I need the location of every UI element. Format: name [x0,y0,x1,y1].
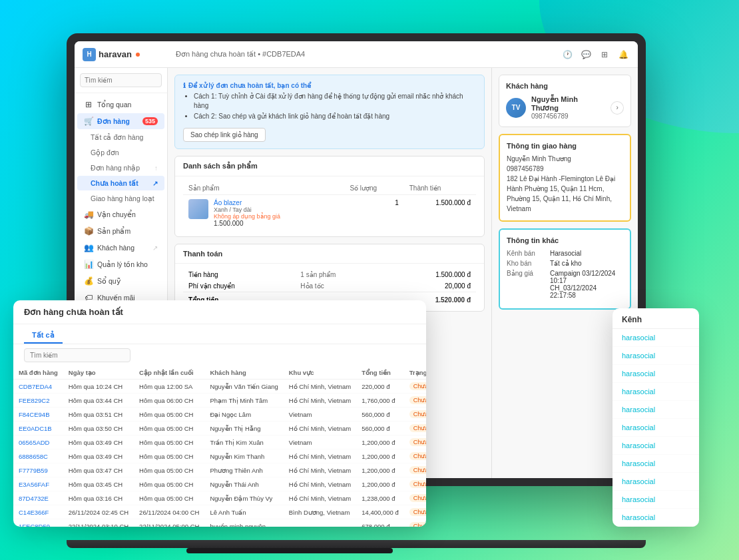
col-total: Thành tiền [404,182,476,195]
info-icon: ℹ [183,82,186,89]
order-id[interactable]: F7779B59 [13,463,63,477]
order-created: Hôm qua 03:50 CH [63,421,134,435]
search-input[interactable] [80,73,162,87]
col-created: Ngày tạo [63,366,134,380]
col-updated: Cập nhật lần cuối [134,366,204,380]
sidebar-item-van-chuyen[interactable]: 🚚 Vận chuyển [77,206,164,222]
table-row[interactable]: FEE829C2 Hôm qua 03:44 CH Hôm qua 06:00 … [13,394,426,408]
sidebar-item-san-pham[interactable]: 📦 Sản phẩm [77,223,164,239]
order-table-header: Mã đơn hàng Ngày tạo Cập nhật lần cuối K… [13,366,426,380]
order-id[interactable]: E3A56FAF [13,477,63,491]
product-name[interactable]: Áo blazer [214,199,280,206]
product-qty: 1 [344,195,403,232]
order-status: Chưa hoàn tất [404,477,426,491]
order-tab-all[interactable]: Tất cả [24,328,63,344]
bell-icon[interactable]: 🔔 [616,48,630,61]
product-no-price: Không áp dụng bảng giá [214,213,280,220]
other-label-2: Kho bán [507,260,550,267]
clock-icon[interactable]: 🕐 [561,48,574,61]
sidebar-label: Khách hàng [97,244,134,252]
order-id[interactable]: 06565ADD [13,435,63,449]
channel-item[interactable]: harasocial [613,473,699,491]
other-value-2: Tất cả kho [550,260,582,267]
product-total: 1.500.000 đ [404,195,476,232]
order-updated: Hôm qua 05:00 CH [134,463,204,477]
order-customer: Trần Thị Kim Xuân [204,435,283,449]
order-id[interactable]: F84CE94B [13,408,63,421]
order-id[interactable]: CDB7EDA4 [13,380,63,394]
table-row[interactable]: 1FEC8D59 22/11/2024 03:10 CH 22/11/2024 … [13,519,426,527]
order-id[interactable]: C14E366F [13,505,63,519]
order-created: Hôm qua 03:47 CH [63,463,134,477]
channel-item[interactable]: harasocial [613,455,699,473]
delivery-phone: 0987456789 [507,164,623,174]
order-customer: Nguyễn Văn Tiến Giang [204,380,283,394]
order-id[interactable]: 1FEC8D59 [13,519,63,527]
order-status: Chưa hoàn tất [404,463,426,477]
channel-item[interactable]: harasocial [613,347,699,365]
payment-row-1: Tiền hàng 1 sản phẩm 1.500.000 đ [183,269,476,280]
table-row[interactable]: F84CE94B Hôm qua 03:51 CH Hôm qua 05:00 … [13,408,426,421]
order-created: Hôm qua 03:45 CH [63,477,134,491]
sidebar-item-gop-don[interactable]: Gộp đơn [77,145,164,160]
table-row[interactable]: 6888658C Hôm qua 03:49 CH Hôm qua 05:00 … [13,449,426,463]
copy-link-button[interactable]: Sao chép link giỏ hàng [183,128,266,142]
chat-icon[interactable]: 💬 [579,48,593,61]
channel-item[interactable]: harasocial [613,401,699,419]
channel-item[interactable]: harasocial [613,509,699,527]
channel-item[interactable]: harasocial [613,383,699,401]
sidebar-item-tat-ca[interactable]: Tất cả đơn hàng [77,130,164,144]
col-qty: Số lượng [344,182,403,195]
delivery-address: 182 Lê Đại Hành -Flemington Lê Đại Hành … [507,174,623,214]
customer-details: Nguyễn Minh Thương 0987456789 [531,95,605,120]
other-value-3: Campaign 03/12/2024 10:17 CH_03/12/2024 … [550,270,623,299]
payment-value-2: 20,000 đ [385,280,476,292]
channel-item[interactable]: harasocial [613,329,699,347]
table-row[interactable]: CDB7EDA4 Hôm qua 10:24 CH Hôm qua 12:00 … [13,380,426,394]
product-table: Sản phẩm Số lượng Thành tiền [183,182,476,231]
order-updated: Hôm qua 12:00 SA [134,380,204,394]
sidebar-item-khach-hang[interactable]: 👥 Khách hàng ↗ [77,240,164,256]
order-total: 1,200,000 đ [356,477,403,491]
order-id[interactable]: 6888658C [13,449,63,463]
sidebar-item-nhap[interactable]: Đơn hàng nhập ↑ [77,160,164,175]
sidebar-item-tong-quan[interactable]: ⊞ Tổng quan [77,97,164,113]
grid-icon[interactable]: ⊞ [598,48,611,61]
channel-item[interactable]: harasocial [613,491,699,509]
sidebar-item-so-quy[interactable]: 💰 Sổ quỹ [77,273,164,289]
table-row[interactable]: 06565ADD Hôm qua 03:49 CH Hôm qua 05:00 … [13,435,426,449]
sidebar-item-chua-hoan-tat[interactable]: Chưa hoàn tất ↗ [77,176,164,190]
product-variant: Xanh / Tay dài [214,206,280,213]
order-area: Hồ Chí Minh, Vietnam [284,394,356,408]
order-customer: Lê Anh Tuấn [204,505,283,519]
order-search-input[interactable] [24,348,130,362]
order-id[interactable]: EE0ADC1B [13,421,63,435]
sidebar-label: Chưa hoàn tất [91,179,138,187]
channel-items: harasocialharasocialharasocialharasocial… [613,329,699,527]
channel-item[interactable]: harasocial [613,365,699,383]
order-customer: Nguyễn Thái Anh [204,477,283,491]
sidebar-item-giao-hang[interactable]: Giao hàng hàng loạt [77,191,164,206]
order-created: 26/11/2024 02:45 CH [63,505,134,519]
order-id[interactable]: FEE829C2 [13,394,63,408]
laptop-base [186,548,393,553]
table-row[interactable]: F7779B59 Hôm qua 03:47 CH Hôm qua 05:00 … [13,463,426,477]
channel-item[interactable]: harasocial [613,419,699,437]
other-label-1: Kênh bán [507,250,550,257]
table-row[interactable]: 87D4732E Hôm qua 03:16 CH Hôm qua 05:00 … [13,491,426,505]
sidebar-item-ton-kho[interactable]: 📊 Quản lý tồn kho [77,256,164,272]
order-id[interactable]: 87D4732E [13,491,63,505]
sidebar-label: Đơn hàng [97,117,130,125]
table-row[interactable]: EE0ADC1B Hôm qua 03:50 CH Hôm qua 05:00 … [13,421,426,435]
order-list-title: Đơn hàng chưa hoàn tất [13,300,426,324]
order-created: Hôm qua 03:44 CH [63,394,134,408]
table-row[interactable]: C14E366F 26/11/2024 02:45 CH 26/11/2024 … [13,505,426,519]
channel-item[interactable]: harasocial [613,437,699,455]
customer-chevron[interactable]: › [611,101,624,115]
table-row[interactable]: E3A56FAF Hôm qua 03:45 CH Hôm qua 05:00 … [13,477,426,491]
order-area: Vietnam [284,408,356,421]
sidebar-item-don-hang[interactable]: 🛒 Đơn hàng 535 [77,113,164,129]
product-card-body: Sản phẩm Số lượng Thành tiền [175,176,484,236]
other-label-3: Bảng giá [507,270,550,299]
order-updated: Hôm qua 05:00 CH [134,491,204,505]
